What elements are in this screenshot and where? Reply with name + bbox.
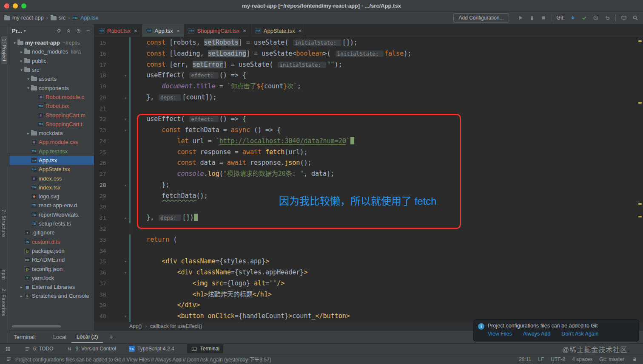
code-line[interactable]: 20▴ }, deps: [count]); [94,92,643,103]
tree-item-src[interactable]: ▾src [9,65,94,74]
scrollbar-warning-mark[interactable] [638,102,642,104]
tool-window-button-9-version-control[interactable]: 9: Version Control [66,345,116,352]
tool-button-structure[interactable]: 7: Structure [1,209,6,237]
tree-item-app-module-css[interactable]: #App.module.css [9,138,94,147]
breadcrumb-item-src[interactable]: src [51,15,66,21]
tree-item-robot-module-c[interactable]: #Robot.module.c [9,93,94,102]
status-widget-git-master[interactable]: Git: master [599,356,624,362]
code-line[interactable]: 17 const [err, setError] = useState( ini… [94,59,643,71]
editor-tab-app-tsx[interactable]: TSXApp.tsx× [142,24,185,37]
status-message[interactable]: Project configurations files can be adde… [15,356,271,363]
fold-marker-icon[interactable]: ▾ [114,125,131,136]
code-line[interactable]: 15 const [robots, setRobots] = useState(… [94,37,643,48]
fold-marker-icon[interactable]: ▾ [114,311,131,322]
code-line[interactable]: 26 const data = await response.json(); [94,158,643,169]
tree-item--gitignore[interactable]: ●.gitignore [9,228,94,237]
preview-icon[interactable] [620,14,627,21]
gear-icon[interactable] [75,27,82,34]
tree-item-external-libraries[interactable]: ▸▤External Libraries [9,282,94,291]
notification-link-always-add[interactable]: Always Add [523,331,551,337]
tree-item-index-css[interactable]: #index.css [9,174,94,183]
terminal-tab-local-2-[interactable]: Local (2) [71,331,103,343]
status-widget-lf[interactable]: LF [538,356,544,362]
code-line[interactable]: 27 console.log("模拟请求的数据为20条: ", data); [94,169,643,180]
code-line[interactable]: 33 return ( [94,234,643,245]
tree-item-shoppingcart-m[interactable]: #ShoppingCart.m [9,110,94,119]
code-line[interactable]: 22▾ useEffect( effect: () => { [94,114,643,125]
run-icon[interactable] [517,14,524,21]
breadcrumb-item[interactable]: App() [129,323,142,329]
code-line[interactable]: 25 const response = await fetch(url); [94,147,643,158]
stop-icon[interactable] [540,14,547,21]
code-line[interactable]: 38 <h1>炫酷炸天的标题</h1> [94,289,643,300]
zoom-window-button[interactable] [21,3,26,8]
close-window-button[interactable] [4,3,9,8]
tree-item-appstate-tsx[interactable]: TSXAppState.tsx [9,165,94,174]
fold-marker-icon[interactable]: ▾ [114,70,131,81]
fold-marker-icon[interactable]: ▾ [114,114,131,125]
tree-item-scratches-and-console[interactable]: ▸SScratches and Console [9,291,94,300]
update-icon[interactable] [569,14,576,21]
tree-item-yarn-lock[interactable]: Yyarn.lock [9,274,94,282]
notification-link-don-t-ask-again[interactable]: Don't Ask Again [561,331,598,337]
close-tab-icon[interactable]: × [299,28,302,34]
fold-marker-icon[interactable]: ▾ [114,267,131,278]
minimize-window-button[interactable] [13,3,18,8]
project-tree-scrollbar[interactable] [12,325,61,327]
status-widget-28-11[interactable]: 28:11 [519,356,531,362]
collapse-icon[interactable] [65,27,72,34]
scrollbar-warning-mark[interactable] [638,40,642,42]
breadcrumb-item-my-react-app[interactable]: my-react-app [4,15,44,21]
editor-tab-appstate-tsx[interactable]: TSXAppState.tsx× [251,24,306,37]
tree-item-app-tsx[interactable]: TSXApp.tsx [9,156,94,165]
fold-marker-icon[interactable]: ▴ [114,180,131,191]
tree-item-setuptests-ts[interactable]: TSsetupTests.ts [9,219,94,228]
minus-icon[interactable] [85,27,91,34]
event-log-icon[interactable] [5,356,12,363]
tool-window-button-typescript-4-2-4[interactable]: TSTypeScript 4.2.4 [129,346,174,352]
tree-item-reportwebvitals-[interactable]: TSreportWebVitals. [9,210,94,219]
tree-item-tsconfig-json[interactable]: {}tsconfig.json [9,264,94,273]
search-icon[interactable] [632,14,639,21]
tree-item-components[interactable]: ▾components [9,83,94,92]
code-line[interactable]: 28▴ }; [94,180,643,191]
close-tab-icon[interactable]: × [134,28,137,34]
tool-windows-grid-icon[interactable] [4,345,11,352]
locate-icon[interactable] [55,27,62,34]
commit-icon[interactable] [581,14,588,21]
tool-window-button-terminal[interactable]: Terminal [187,344,223,353]
tree-item-readme-md[interactable]: MDREADME.md [9,255,94,264]
tool-window-button-6-todo[interactable]: 6: TODO [24,345,54,352]
breadcrumb-item-app-tsx[interactable]: TSXApp.tsx [72,15,98,21]
code-area[interactable]: 15 const [robots, setRobots] = useState(… [94,37,643,322]
tree-item-public[interactable]: ▸public [9,56,94,65]
fold-marker-icon[interactable]: ▴ [114,92,131,103]
project-view-selector[interactable]: Pr... ▾ [12,28,26,34]
code-line[interactable]: 16 const [loading, setLoading] = useStat… [94,48,643,59]
tree-item-package-json[interactable]: {}package.json [9,246,94,255]
fold-marker-icon[interactable]: ▾ [114,256,131,267]
code-line[interactable]: 31▴ }, deps: []) [94,212,643,223]
fold-marker-icon[interactable]: ▴ [114,212,131,223]
code-line[interactable]: 19 document.title = `你点击了${count}次`; [94,81,643,92]
status-widget-utf-8[interactable]: UTF-8 [551,356,565,362]
code-line[interactable]: 35▾ <div className={styles.app}> [94,256,643,267]
scrollbar-warning-mark[interactable] [638,203,642,205]
debug-icon[interactable] [529,14,535,21]
editor-tab-shoppingcart-tsx[interactable]: TSXShoppingCart.tsx× [184,24,250,37]
close-tab-icon[interactable]: × [243,28,246,34]
close-tab-icon[interactable]: × [176,28,180,34]
scrollbar-warning-mark[interactable] [638,216,642,217]
code-line[interactable]: 39 </div> [94,300,643,311]
tree-item-app-test-tsx[interactable]: TSXApp.test.tsx [9,147,94,156]
tool-button-favorites[interactable]: 2: Favorites [1,288,6,316]
code-line[interactable]: 24 let url = `http://localhost:3040/data… [94,136,643,147]
revert-icon[interactable] [604,14,611,21]
editor-tab-robot-tsx[interactable]: TSXRobot.tsx× [94,24,142,37]
lock-icon[interactable] [631,356,638,363]
status-widget-4-spaces[interactable]: 4 spaces [572,356,592,362]
code-line[interactable]: 36▾ <div className={styles.appHeader}> [94,267,643,278]
tree-item-custom-d-ts[interactable]: TScustom.d.ts [9,237,94,246]
code-line[interactable]: 21 [94,103,643,114]
code-line[interactable]: 37 <img src={logo} alt=""/> [94,278,643,289]
